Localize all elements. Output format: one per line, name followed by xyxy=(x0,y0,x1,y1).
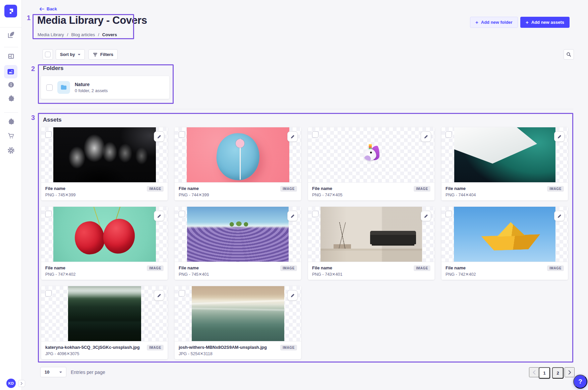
breadcrumb-covers: Covers xyxy=(102,32,117,37)
chevron-down-icon xyxy=(78,54,80,57)
back-label: Back xyxy=(47,6,57,11)
pencil-icon xyxy=(424,134,428,139)
asset-checkbox[interactable] xyxy=(45,131,52,138)
annotation-number-3: 3 xyxy=(31,114,35,122)
back-link[interactable]: Back xyxy=(39,6,57,11)
media-library-icon xyxy=(7,68,15,76)
asset-checkbox[interactable] xyxy=(45,211,52,217)
asset-file-name: File name xyxy=(446,265,543,270)
asset-checkbox[interactable] xyxy=(45,290,52,297)
asset-checkbox[interactable] xyxy=(312,131,318,138)
asset-checkbox[interactable] xyxy=(179,211,185,217)
content-type-builder-icon[interactable] xyxy=(0,53,22,60)
edit-asset-button[interactable] xyxy=(554,211,565,221)
asset-preview[interactable] xyxy=(442,207,568,262)
filters-button[interactable]: Filters xyxy=(89,49,118,60)
chevron-right-icon xyxy=(568,370,571,375)
asset-preview[interactable] xyxy=(41,207,168,262)
add-new-assets-button[interactable]: + Add new assets xyxy=(520,17,570,28)
page-title: Media Library - Covers xyxy=(37,14,147,26)
asset-preview[interactable] xyxy=(41,286,168,341)
marketplace-icon[interactable] xyxy=(0,118,22,125)
asset-card-footer: File name PNG - 744✕399 IMAGE xyxy=(175,182,301,200)
edit-asset-button[interactable] xyxy=(154,131,164,142)
asset-image xyxy=(454,127,555,182)
edit-asset-button[interactable] xyxy=(287,211,298,221)
media-library-nav-item[interactable] xyxy=(4,65,17,78)
content-manager-icon[interactable] xyxy=(0,31,22,39)
search-button[interactable] xyxy=(564,49,574,60)
asset-preview[interactable] xyxy=(442,127,568,182)
asset-checkbox[interactable] xyxy=(446,131,452,138)
folder-card-nature[interactable]: Nature 0 folder, 2 assets xyxy=(41,76,169,99)
asset-checkbox[interactable] xyxy=(179,131,185,138)
asset-preview[interactable] xyxy=(308,207,434,262)
breadcrumb-blog-articles[interactable]: Blog articles xyxy=(71,32,95,37)
folders-heading: Folders xyxy=(43,65,63,72)
documentation-icon[interactable] xyxy=(0,81,22,88)
user-avatar[interactable]: KD xyxy=(6,379,16,388)
asset-file-name: File name xyxy=(179,265,276,270)
asset-file-meta: PNG - 747✕402 xyxy=(45,272,164,277)
asset-checkbox[interactable] xyxy=(312,211,318,217)
edit-asset-button[interactable] xyxy=(287,290,298,301)
divider xyxy=(4,112,18,113)
asset-preview[interactable] xyxy=(175,207,301,262)
asset-file-meta: PNG - 745✕399 xyxy=(45,192,164,197)
asset-image xyxy=(320,207,422,262)
folder-checkbox[interactable] xyxy=(46,84,53,91)
asset-preview[interactable] xyxy=(175,286,301,341)
arrow-left-icon xyxy=(39,7,44,11)
asset-image xyxy=(53,127,156,182)
sidebar-expand-button[interactable] xyxy=(18,380,25,387)
asset-type-badge: IMAGE xyxy=(547,265,564,271)
checkbox xyxy=(45,52,51,57)
asset-card: File name PNG - 743✕401 IMAGE xyxy=(308,207,434,280)
select-all-checkbox[interactable] xyxy=(43,49,53,60)
asset-type-badge: IMAGE xyxy=(280,186,297,192)
purchase-cart-icon[interactable] xyxy=(0,132,22,139)
divider xyxy=(39,109,573,109)
pagination-page-1[interactable]: 1 xyxy=(539,367,550,379)
asset-checkbox[interactable] xyxy=(446,211,452,217)
entries-value: 10 xyxy=(45,370,49,375)
plugins-icon[interactable] xyxy=(0,94,22,102)
edit-asset-button[interactable] xyxy=(554,131,565,142)
edit-asset-button[interactable] xyxy=(154,290,164,301)
edit-asset-button[interactable] xyxy=(287,131,298,142)
asset-preview[interactable] xyxy=(308,127,434,182)
edit-asset-button[interactable] xyxy=(421,131,431,142)
asset-checkbox[interactable] xyxy=(179,290,185,297)
folder-name: Nature xyxy=(75,82,108,87)
asset-preview[interactable] xyxy=(41,127,168,182)
pencil-icon xyxy=(424,214,428,218)
pagination-prev-button[interactable] xyxy=(529,367,539,377)
asset-card: File name PNG - 744✕399 IMAGE xyxy=(175,127,301,200)
settings-gear-icon[interactable] xyxy=(0,146,22,154)
entries-per-page-label: Entries per page xyxy=(71,370,105,375)
entries-per-page-select[interactable]: 10 xyxy=(40,367,66,377)
strapi-logo-glyph xyxy=(7,8,14,14)
strapi-logo[interactable] xyxy=(4,5,17,17)
sort-by-button[interactable]: Sort by xyxy=(56,49,85,60)
asset-file-meta: JPG - 4096✕3075 xyxy=(45,351,164,356)
asset-card: File name PNG - 744✕404 IMAGE xyxy=(442,127,568,200)
breadcrumb-media-library[interactable]: Media Library xyxy=(38,32,64,37)
asset-card-footer: kateryna-kokhan-5CQ_3CjSGKc-unsplash.jpg… xyxy=(41,341,168,359)
pagination-next-button[interactable] xyxy=(565,367,575,377)
asset-card: File name PNG - 745✕401 IMAGE xyxy=(175,207,301,280)
breadcrumb-separator: / xyxy=(98,32,99,37)
asset-card-footer: File name PNG - 747✕405 IMAGE xyxy=(308,182,434,200)
asset-preview[interactable] xyxy=(175,127,301,182)
pencil-icon xyxy=(157,214,162,218)
help-button[interactable]: ? xyxy=(573,375,587,389)
pagination-page-2[interactable]: 2 xyxy=(552,367,564,379)
breadcrumb-separator: / xyxy=(67,32,68,37)
filters-label: Filters xyxy=(100,52,113,57)
asset-card-footer: File name PNG - 743✕401 IMAGE xyxy=(308,262,434,280)
edit-asset-button[interactable] xyxy=(421,211,431,221)
add-new-folder-button[interactable]: + Add new folder xyxy=(470,17,518,28)
folder-meta: 0 folder, 2 assets xyxy=(75,88,108,93)
edit-asset-button[interactable] xyxy=(154,211,164,221)
asset-type-badge: IMAGE xyxy=(414,265,430,271)
